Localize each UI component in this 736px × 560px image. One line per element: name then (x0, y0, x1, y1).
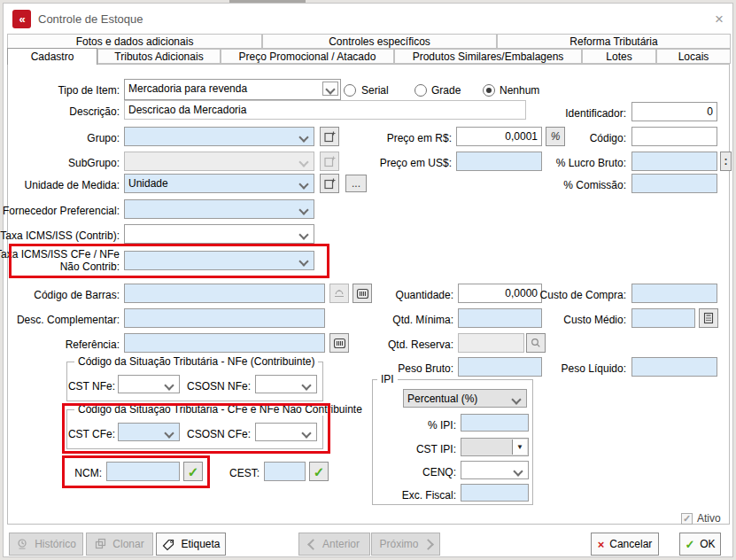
ipi-cenq-combo[interactable] (461, 461, 529, 479)
radio-serial[interactable] (344, 84, 356, 97)
cancelar-label: Cancelar (609, 538, 652, 550)
chevron-down-icon (298, 256, 308, 266)
tab-cadastro[interactable]: Cadastro (7, 48, 97, 65)
tab-label: Controles específicos (329, 35, 430, 48)
unidade-more-button[interactable]: ... (345, 175, 367, 192)
tab-label: Cadastro (31, 51, 74, 63)
anterior-label: Anterior (322, 538, 360, 550)
etiqueta-label: Etiqueta (181, 538, 220, 550)
tag-icon (161, 538, 175, 551)
ativo-checkbox: ✓ (681, 513, 693, 525)
tab-reforma-tributaria[interactable]: Reforma Tributária (497, 34, 731, 49)
tipo-de-item-label: Tipo de Item: (0, 84, 120, 97)
ok-button[interactable]: ✓ OK (679, 533, 721, 556)
calculator-button[interactable] (699, 308, 718, 328)
identificador-label: Identificador: (449, 107, 626, 120)
tab-controles-especificos[interactable]: Controles específicos (262, 34, 497, 49)
check-icon: ✓ (683, 513, 691, 524)
csosn-nfe-combo[interactable] (255, 375, 317, 393)
ipi-mode-value: Percentual (%) (407, 393, 477, 405)
ipi-pct-label: % IPI: (279, 419, 456, 432)
cancel-x-icon: × (598, 539, 605, 550)
cancelar-button[interactable]: × Cancelar (591, 533, 659, 556)
new-item-icon (323, 177, 337, 191)
preco-us-label: Preço em US$: (275, 157, 452, 169)
screenshot-root: « Controle de Estoque × Fotos e dados ad… (0, 0, 736, 560)
lucro-bruto-side-button[interactable]: : (720, 152, 732, 171)
ok-check-icon: ✓ (685, 539, 694, 550)
comissao-label: % Comissão: (449, 179, 626, 191)
lucro-bruto-input[interactable] (631, 152, 717, 171)
chevron-down-icon (325, 84, 335, 94)
ipi-exc-input[interactable] (461, 484, 529, 502)
groupbox-ipi-title: IPI (377, 373, 398, 385)
fornecedor-combo[interactable] (124, 199, 314, 219)
title-bar[interactable]: « Controle de Estoque × (4, 4, 732, 30)
tipo-de-item-combo[interactable]: Mercadoria para revenda (124, 79, 341, 100)
dropdown-button[interactable]: ▼ (512, 439, 527, 455)
peso-liquido-input[interactable] (631, 357, 717, 377)
chevron-down-icon (511, 394, 521, 404)
radio-nenhum[interactable] (483, 84, 495, 97)
etiqueta-button[interactable]: Etiqueta (156, 533, 226, 556)
groupbox-cst-cfe-title: Código da Situação Tributária - CFe e NF… (74, 403, 366, 416)
chevron-right-icon (422, 539, 434, 550)
colon-icon: : (724, 155, 728, 167)
ellipsis-icon: ... (352, 177, 360, 190)
comissao-input[interactable] (631, 174, 717, 193)
groupbox-cst-nfe-title: Código da Situação Tributária - NFe (Con… (74, 355, 318, 368)
proximo-button: Próximo (371, 533, 440, 556)
taxa-nao-contrib-label-line1: Taxa ICMS/ISS CFe / NFe (0, 248, 120, 261)
ipi-exc-label: Exc. Fiscal: (279, 489, 456, 502)
ipi-cst-label: CST IPI: (279, 443, 456, 455)
app-icon-glyph: « (19, 12, 24, 26)
ok-label: OK (700, 538, 715, 550)
identificador-input[interactable]: 0 (631, 102, 717, 121)
lucro-bruto-label: % Lucro Bruto: (449, 157, 626, 169)
taxa-contrib-combo[interactable] (124, 224, 314, 244)
descricao-label: Descrição: (0, 105, 120, 118)
tab-label: Tributos Adicionais (114, 51, 203, 63)
subgrupo-label: SubGrupo: (0, 157, 120, 169)
custo-medio-label: Custo Médio: (449, 314, 626, 326)
ipi-cst-combo[interactable]: ▼ (461, 438, 529, 456)
calculator-icon (702, 312, 715, 324)
chevron-down-icon (301, 380, 311, 390)
combo-button[interactable] (322, 82, 338, 96)
triangle-down-icon: ▼ (516, 443, 523, 451)
close-icon[interactable]: × (710, 11, 728, 28)
taxa-contrib-label: Taxa ICMS/ISS (Contrib): (0, 229, 120, 242)
chevron-left-icon (307, 539, 319, 550)
desc-complementar-label: Desc. Complementar: (0, 314, 120, 326)
radio-grade[interactable] (414, 84, 427, 97)
taxa-nao-contrib-combo[interactable] (124, 251, 314, 270)
custo-medio-input[interactable] (631, 308, 695, 328)
referencia-label: Referência: (0, 338, 120, 351)
tab-locais[interactable]: Locais (656, 49, 731, 64)
tab-preco-promocional[interactable]: Preço Promocional / Atacado (221, 49, 394, 64)
ipi-mode-combo[interactable]: Percentual (%) (403, 389, 527, 408)
tab-label: Locais (678, 51, 709, 63)
tab-tributos-adicionais[interactable]: Tributos Adicionais (97, 49, 221, 64)
unidade-add-button[interactable] (320, 174, 339, 193)
qtd-minima-label: Qtd. Mínima: (276, 314, 453, 326)
tab-label: Preço Promocional / Atacado (239, 51, 376, 63)
anterior-button: Anterior (298, 533, 370, 556)
radio-nenhum-label: Nenhum (500, 84, 539, 97)
unidade-label: Unidade de Medida: (0, 179, 120, 191)
qtd-reserva-search-button[interactable] (526, 333, 546, 353)
tab-lotes[interactable]: Lotes (582, 49, 656, 64)
chevron-down-icon (298, 179, 308, 189)
radio-grade-label: Grade (431, 84, 461, 97)
ativo-label: Ativo (697, 512, 721, 525)
tab-fotos-e-dados-adicionais[interactable]: Fotos e dados adicionais (7, 34, 262, 49)
preco-rs-label: Preço em R$: (275, 132, 452, 144)
grupo-label: Grupo: (0, 132, 120, 144)
codigo-barras-label: Código de Barras: (0, 289, 120, 301)
unidade-combo[interactable]: Unidade (124, 174, 314, 193)
qtd-reserva-label: Qtd. Reserva: (276, 338, 453, 351)
custo-compra-input[interactable] (631, 284, 717, 303)
ipi-pct-input[interactable] (461, 414, 529, 432)
codigo-input[interactable] (631, 127, 717, 146)
tab-produtos-similares[interactable]: Produtos Similares/Embalagens (394, 49, 582, 64)
